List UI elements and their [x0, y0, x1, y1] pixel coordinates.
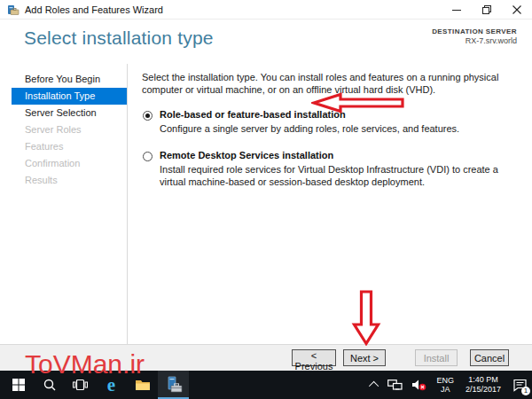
chevron-up-icon — [369, 381, 379, 391]
notification-count-badge: 1 — [521, 387, 530, 395]
clock-time: 1:40 PM — [466, 375, 501, 385]
wizard-header: Select installation type DESTINATION SER… — [0, 20, 532, 64]
file-explorer-icon — [135, 379, 151, 392]
maximize-icon[interactable] — [472, 0, 502, 19]
sidebar-item-confirmation: Confirmation — [0, 155, 127, 172]
sidebar-item-installation-type[interactable]: Installation Type — [12, 88, 127, 105]
language-indicator[interactable]: ENG JA — [431, 376, 459, 394]
wizard-window: Add Roles and Features Wizard Select ins… — [0, 0, 532, 371]
option-description: Configure a single server by adding role… — [160, 122, 459, 135]
hidden-icons-chevron[interactable] — [367, 371, 383, 399]
window-title: Add Roles and Features Wizard — [25, 4, 163, 15]
radio-role-based-installation[interactable] — [143, 111, 153, 121]
wizard-steps-sidebar: Before You Begin Installation Type Serve… — [0, 64, 128, 344]
watermark-text: ToVMan.ir — [25, 349, 145, 379]
search-icon — [43, 378, 57, 392]
windows-logo-icon — [12, 378, 26, 392]
installation-type-content: Select the installation type. You can in… — [142, 71, 520, 188]
red-arrow-down-icon — [351, 290, 381, 346]
volume-muted-icon — [411, 379, 426, 391]
wizard-body: Before You Begin Installation Type Serve… — [0, 64, 532, 344]
server-manager-icon — [164, 376, 184, 394]
option-remote-desktop[interactable]: Remote Desktop Services installation Ins… — [142, 150, 520, 188]
task-view-icon — [73, 379, 88, 391]
clock-date: 2/15/2017 — [466, 385, 501, 395]
volume-button[interactable] — [407, 371, 431, 399]
destination-server-label: DESTINATION SERVER — [432, 27, 517, 35]
option-role-based-texts: Role-based or feature-based installation… — [160, 109, 459, 135]
taskbar-clock[interactable]: 1:40 PM 2/15/2017 — [459, 375, 507, 395]
option-description: Install required role services for Virtu… — [160, 163, 520, 188]
minimize-icon[interactable] — [442, 0, 472, 19]
action-center-button[interactable]: 1 — [507, 371, 532, 399]
option-remote-desktop-texts: Remote Desktop Services installation Ins… — [160, 150, 520, 188]
server-manager-app-icon — [7, 4, 20, 16]
close-icon[interactable] — [502, 0, 532, 19]
option-label[interactable]: Role-based or feature-based installation — [160, 109, 459, 120]
previous-button[interactable]: < Previous — [292, 349, 336, 366]
next-button[interactable]: Next > — [343, 349, 386, 366]
destination-server-block: DESTINATION SERVER RX-7.srv.world — [432, 27, 517, 45]
language-line1: ENG — [436, 376, 454, 385]
sidebar-item-features: Features — [0, 138, 127, 155]
radio-remote-desktop-installation[interactable] — [143, 152, 153, 161]
server-manager-taskbar-button[interactable] — [158, 371, 189, 399]
cancel-button[interactable]: Cancel — [470, 349, 509, 366]
option-label[interactable]: Remote Desktop Services installation — [160, 150, 520, 160]
window-controls — [442, 0, 532, 19]
install-button[interactable]: Install — [415, 349, 458, 366]
sidebar-item-server-selection[interactable]: Server Selection — [0, 105, 127, 121]
system-tray: ENG JA 1:40 PM 2/15/2017 1 — [367, 371, 532, 399]
sidebar-item-before-you-begin[interactable]: Before You Begin — [0, 71, 127, 88]
red-arrow-left-icon — [311, 92, 405, 113]
sidebar-item-results: Results — [0, 172, 127, 189]
page-title: Select installation type — [24, 27, 214, 49]
network-icon — [387, 379, 403, 391]
network-status-button[interactable] — [383, 371, 407, 399]
destination-server-name: RX-7.srv.world — [432, 36, 517, 45]
title-bar: Add Roles and Features Wizard — [0, 0, 532, 20]
sidebar-item-server-roles: Server Roles — [0, 121, 127, 138]
language-line2: JA — [436, 385, 454, 394]
